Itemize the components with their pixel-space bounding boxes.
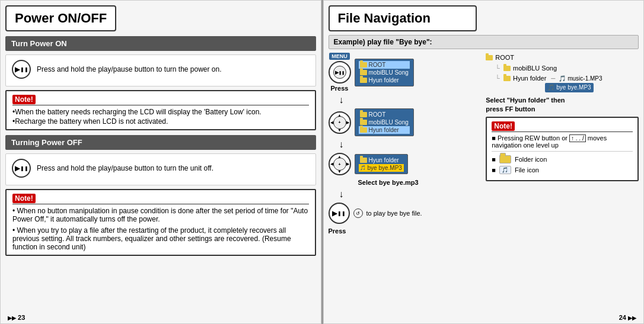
turn-off-content: ▶❚❚ Press and hold the play/pause button… [5, 153, 316, 185]
bullet-file: ■ [492, 166, 496, 174]
file-item-hyun-2: Hyun folder [359, 126, 410, 134]
note-box-right: Note! ■ Pressing REW button or ↑ . . / m… [486, 117, 639, 181]
file-list-3: Hyun folder 🎵 bye bye.MP3 [355, 154, 408, 174]
tree-mobiblue: └ mobiBLU Song [495, 63, 639, 74]
note-divider [492, 151, 633, 152]
tree-byebye-icon: 🎵 [547, 83, 554, 92]
tree-byebye: 🎵 bye bye.MP3 [545, 83, 639, 92]
select-bye-label: Select bye bye.mp3 [358, 179, 482, 186]
to-play-text: to play bye bye file. [366, 210, 422, 217]
legend-file-label: File icon [515, 166, 539, 174]
file-list-2: ROOT mobiBLU Song Hyun folder [355, 108, 414, 136]
legend-file: ■ 🎵 File icon [492, 166, 633, 174]
nav-demo-area: MENU ▶❚❚ Press ROOT [329, 53, 639, 235]
folder-icon-5 [360, 120, 367, 125]
nav-wheel-1: ▶❚❚ [329, 61, 351, 84]
page-arrow-right: ▶▶ [628, 315, 636, 321]
legend-folder: ■ Folder icon [492, 155, 633, 163]
page-arrow-left: ▶▶ [8, 315, 16, 321]
step3: + ▲ ▼ ◀ ▶ Hyun folder 🎵 bye bye.MP3 [329, 153, 482, 175]
tree-mobiblue-label: mobiBLU Song [513, 63, 557, 74]
right-page-title: File Navigation [338, 11, 431, 25]
file-tree: ROOT └ mobiBLU Song └ Hyun folder ─ 🎵 mu… [486, 53, 639, 92]
menu-badge: MENU [329, 53, 350, 60]
music-icon-1: 🎵 [360, 165, 366, 171]
right-page: File Navigation Example) play file "Bye … [323, 0, 645, 324]
folder-icon-4 [360, 112, 367, 117]
left-page-title-wrapper: Power ON/OFF [5, 5, 116, 31]
nav-right-info: ROOT └ mobiBLU Song └ Hyun folder ─ 🎵 mu… [486, 53, 639, 235]
legend-file-icon: 🎵 [499, 166, 511, 174]
note-item-on-1: •When the battery needs recharging the L… [12, 108, 309, 116]
icon-legend: ■ Folder icon ■ 🎵 File icon [492, 155, 633, 174]
right-page-title-wrapper: File Navigation [329, 5, 477, 31]
arrow-down-1: ↓ [339, 95, 482, 105]
tree-folder-mobiblue [503, 66, 511, 71]
note-title-right: Note! [492, 121, 633, 132]
bullet-folder: ■ [492, 156, 496, 163]
tree-music1-label: 🎵 music-1.MP3 [559, 74, 602, 84]
legend-folder-icon [499, 155, 511, 163]
file-item-mobiblue-2: mobiBLU Song [359, 118, 410, 126]
folder-icon-3 [360, 78, 367, 83]
step2: + ▲ ▼ ◀ ▶ ROOT mobiBLU Song [329, 108, 482, 136]
tree-dash: ─ [551, 74, 555, 84]
note-box-on: Note! •When the battery needs recharging… [5, 90, 316, 130]
turn-on-instruction: Press and hold the play/pause button to … [37, 65, 222, 73]
file-item-byebye: 🎵 bye bye.MP3 [359, 164, 404, 172]
left-page-title: Power ON/OFF [15, 11, 107, 25]
page-num-right: 24 ▶▶ [619, 314, 636, 321]
note-item-off-2: • When you try to play a file after the … [12, 226, 309, 251]
arrow-down-3: ↓ [339, 190, 482, 199]
step4: ▶❚❚ ↺ to play bye bye file. [329, 203, 482, 224]
note-item-on-2: •Recharge the battery when LCD is not ac… [12, 117, 309, 126]
file-item-root-2: ROOT [359, 111, 410, 118]
tree-byebye-highlight: 🎵 bye bye.MP3 [545, 83, 593, 92]
note-box-off: Note! • When no button manipulation in p… [5, 189, 316, 256]
note-title-on: Note! [12, 95, 309, 105]
section-header-turn-off: Turning Power OFF [5, 135, 316, 150]
file-list-1: ROOT mobiBLU Song Hyun folder [355, 59, 414, 86]
tree-root: ROOT [486, 53, 639, 63]
play-pause-icon-on: ▶❚❚ [12, 60, 31, 79]
play-btn-final: ▶❚❚ [329, 203, 350, 224]
file-item-hyun-1: Hyun folder [359, 76, 410, 84]
nav-wheel-2: + ▲ ▼ ◀ ▶ [329, 111, 351, 134]
tree-folder-hyun [503, 76, 511, 81]
left-page: Power ON/OFF Turn Power ON ▶❚❚ Press and… [0, 0, 321, 324]
file-item-mobiblue-1: mobiBLU Song [359, 69, 410, 76]
note-item-right-1: ■ Pressing REW button or ↑ . . / moves n… [492, 134, 633, 149]
arrow-down-2: ↓ [339, 140, 482, 149]
example-label: Example) play file "Bye bye": [329, 35, 639, 49]
folder-icon-1 [360, 62, 367, 68]
tree-hyun-label: Hyun folder [513, 73, 546, 84]
file-item-hyun-folder: Hyun folder [359, 156, 404, 164]
folder-icon-6 [360, 127, 367, 133]
folder-icon-2 [360, 70, 367, 75]
note-item-off-1: • When no button manipulation in pause c… [12, 207, 309, 223]
press-label-1: Press [331, 85, 349, 92]
nav-wheel-3: + ▲ ▼ ◀ ▶ [329, 153, 351, 175]
legend-folder-label: Folder icon [515, 156, 547, 163]
tree-folder-root [486, 55, 493, 60]
file-item-root-1: ROOT [359, 61, 410, 69]
step1: MENU ▶❚❚ Press ROOT [329, 53, 482, 92]
page-num-left: ▶▶ 23 [8, 314, 25, 321]
shuffle-icon: ↺ [353, 208, 363, 218]
play-pause-icon-off: ▶❚❚ [12, 159, 31, 178]
press-label-final: Press [329, 227, 482, 235]
turn-off-instruction: Press and hold the play/pause button to … [37, 164, 213, 172]
tree-root-label: ROOT [495, 53, 514, 63]
section-header-turn-on: Turn Power ON [5, 36, 316, 51]
folder-icon-7 [360, 158, 367, 163]
turn-on-content: ▶❚❚ Press and hold the play/pause button… [5, 54, 316, 86]
nav-steps: MENU ▶❚❚ Press ROOT [329, 53, 482, 235]
note-title-off: Note! [12, 194, 309, 204]
select-hyun-label: Select "Hyun folder" thenpress FF button [486, 96, 639, 114]
